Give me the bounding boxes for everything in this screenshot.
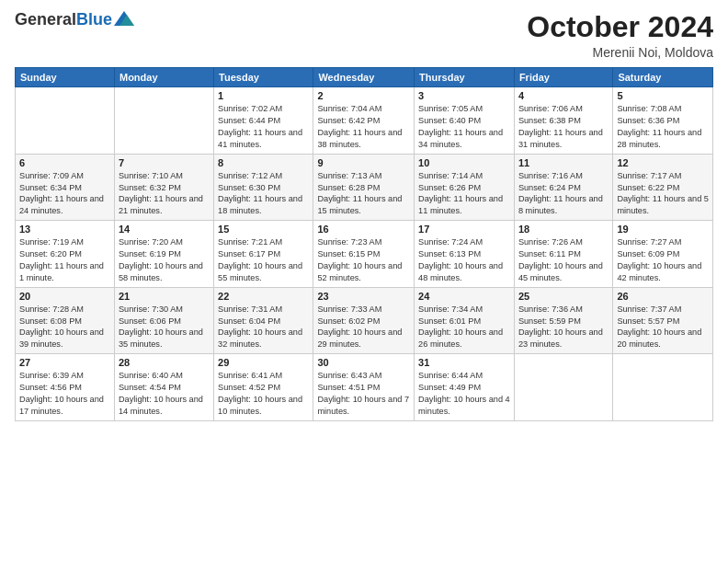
day-info: Sunrise: 7:21 AM Sunset: 6:17 PM Dayligh… xyxy=(218,236,309,284)
day-number: 9 xyxy=(317,157,410,168)
table-cell: 27Sunrise: 6:39 AM Sunset: 4:56 PM Dayli… xyxy=(16,354,115,421)
day-number: 5 xyxy=(617,90,709,101)
table-cell: 1Sunrise: 7:02 AM Sunset: 6:44 PM Daylig… xyxy=(214,87,313,155)
day-info: Sunrise: 7:13 AM Sunset: 6:28 PM Dayligh… xyxy=(317,170,410,218)
day-info: Sunrise: 7:17 AM Sunset: 6:22 PM Dayligh… xyxy=(617,170,709,218)
table-cell: 11Sunrise: 7:16 AM Sunset: 6:24 PM Dayli… xyxy=(514,154,613,221)
table-cell: 29Sunrise: 6:41 AM Sunset: 4:52 PM Dayli… xyxy=(214,354,313,421)
day-number: 16 xyxy=(317,224,410,235)
location-subtitle: Merenii Noi, Moldova xyxy=(527,45,713,60)
month-title: October 2024 xyxy=(527,11,713,43)
day-info: Sunrise: 7:05 AM Sunset: 6:40 PM Dayligh… xyxy=(418,103,510,151)
day-info: Sunrise: 7:04 AM Sunset: 6:42 PM Dayligh… xyxy=(317,103,410,151)
table-cell: 7Sunrise: 7:10 AM Sunset: 6:32 PM Daylig… xyxy=(114,154,213,221)
day-info: Sunrise: 7:36 AM Sunset: 5:59 PM Dayligh… xyxy=(518,304,609,351)
table-cell: 18Sunrise: 7:26 AM Sunset: 6:11 PM Dayli… xyxy=(514,221,613,288)
week-row-2: 6Sunrise: 7:09 AM Sunset: 6:34 PM Daylig… xyxy=(16,154,713,221)
table-cell: 2Sunrise: 7:04 AM Sunset: 6:42 PM Daylig… xyxy=(313,87,415,155)
day-info: Sunrise: 7:20 AM Sunset: 6:19 PM Dayligh… xyxy=(119,236,210,284)
logo: GeneralBlue xyxy=(15,11,134,29)
day-info: Sunrise: 7:09 AM Sunset: 6:34 PM Dayligh… xyxy=(19,170,110,218)
day-number: 30 xyxy=(317,357,410,368)
day-info: Sunrise: 7:06 AM Sunset: 6:38 PM Dayligh… xyxy=(518,103,609,151)
day-number: 10 xyxy=(418,157,510,168)
table-cell: 26Sunrise: 7:37 AM Sunset: 5:57 PM Dayli… xyxy=(613,287,713,354)
day-number: 2 xyxy=(317,90,410,101)
table-cell: 4Sunrise: 7:06 AM Sunset: 6:38 PM Daylig… xyxy=(514,87,613,155)
day-info: Sunrise: 7:30 AM Sunset: 6:06 PM Dayligh… xyxy=(119,304,210,351)
week-row-5: 27Sunrise: 6:39 AM Sunset: 4:56 PM Dayli… xyxy=(16,354,713,421)
page: GeneralBlue October 2024 Merenii Noi, Mo… xyxy=(0,0,728,563)
day-number: 15 xyxy=(218,224,309,235)
day-number: 19 xyxy=(617,224,709,235)
table-cell: 3Sunrise: 7:05 AM Sunset: 6:40 PM Daylig… xyxy=(415,87,515,155)
day-info: Sunrise: 7:37 AM Sunset: 5:57 PM Dayligh… xyxy=(617,304,709,351)
table-cell: 22Sunrise: 7:31 AM Sunset: 6:04 PM Dayli… xyxy=(214,287,313,354)
day-info: Sunrise: 7:12 AM Sunset: 6:30 PM Dayligh… xyxy=(218,170,309,218)
calendar-table: Sunday Monday Tuesday Wednesday Thursday… xyxy=(15,67,713,421)
day-info: Sunrise: 6:39 AM Sunset: 4:56 PM Dayligh… xyxy=(19,370,110,418)
week-row-4: 20Sunrise: 7:28 AM Sunset: 6:08 PM Dayli… xyxy=(16,287,713,354)
day-number: 12 xyxy=(617,157,709,168)
table-cell: 31Sunrise: 6:44 AM Sunset: 4:49 PM Dayli… xyxy=(415,354,515,421)
day-info: Sunrise: 6:44 AM Sunset: 4:49 PM Dayligh… xyxy=(418,370,510,418)
day-info: Sunrise: 7:19 AM Sunset: 6:20 PM Dayligh… xyxy=(19,236,110,284)
header: GeneralBlue October 2024 Merenii Noi, Mo… xyxy=(15,11,713,60)
day-number: 6 xyxy=(19,157,110,168)
day-number: 4 xyxy=(518,90,609,101)
header-sunday: Sunday xyxy=(16,68,115,87)
table-cell: 13Sunrise: 7:19 AM Sunset: 6:20 PM Dayli… xyxy=(16,221,115,288)
table-cell: 25Sunrise: 7:36 AM Sunset: 5:59 PM Dayli… xyxy=(514,287,613,354)
table-cell xyxy=(514,354,613,421)
day-number: 8 xyxy=(218,157,309,168)
logo-icon xyxy=(114,11,134,26)
day-number: 17 xyxy=(418,224,510,235)
table-cell: 14Sunrise: 7:20 AM Sunset: 6:19 PM Dayli… xyxy=(114,221,213,288)
header-wednesday: Wednesday xyxy=(313,68,415,87)
header-thursday: Thursday xyxy=(415,68,515,87)
day-number: 24 xyxy=(418,291,510,302)
table-cell: 28Sunrise: 6:40 AM Sunset: 4:54 PM Dayli… xyxy=(114,354,213,421)
day-number: 14 xyxy=(119,224,210,235)
day-info: Sunrise: 6:41 AM Sunset: 4:52 PM Dayligh… xyxy=(218,370,309,418)
day-info: Sunrise: 7:02 AM Sunset: 6:44 PM Dayligh… xyxy=(218,103,309,151)
header-friday: Friday xyxy=(514,68,613,87)
day-number: 11 xyxy=(518,157,609,168)
day-info: Sunrise: 6:43 AM Sunset: 4:51 PM Dayligh… xyxy=(317,370,410,418)
day-info: Sunrise: 7:10 AM Sunset: 6:32 PM Dayligh… xyxy=(119,170,210,218)
week-row-1: 1Sunrise: 7:02 AM Sunset: 6:44 PM Daylig… xyxy=(16,87,713,155)
day-number: 1 xyxy=(218,90,309,101)
day-number: 23 xyxy=(317,291,410,302)
day-number: 31 xyxy=(418,357,510,368)
day-info: Sunrise: 7:33 AM Sunset: 6:02 PM Dayligh… xyxy=(317,304,410,351)
table-cell: 16Sunrise: 7:23 AM Sunset: 6:15 PM Dayli… xyxy=(313,221,415,288)
weekday-header-row: Sunday Monday Tuesday Wednesday Thursday… xyxy=(16,68,713,87)
day-info: Sunrise: 7:27 AM Sunset: 6:09 PM Dayligh… xyxy=(617,236,709,284)
table-cell: 6Sunrise: 7:09 AM Sunset: 6:34 PM Daylig… xyxy=(16,154,115,221)
day-info: Sunrise: 6:40 AM Sunset: 4:54 PM Dayligh… xyxy=(119,370,210,418)
day-info: Sunrise: 7:31 AM Sunset: 6:04 PM Dayligh… xyxy=(218,304,309,351)
logo-general: General xyxy=(15,10,76,29)
day-number: 20 xyxy=(19,291,110,302)
table-cell: 20Sunrise: 7:28 AM Sunset: 6:08 PM Dayli… xyxy=(16,287,115,354)
day-info: Sunrise: 7:28 AM Sunset: 6:08 PM Dayligh… xyxy=(19,304,110,351)
logo-blue: Blue xyxy=(76,10,112,29)
table-cell: 8Sunrise: 7:12 AM Sunset: 6:30 PM Daylig… xyxy=(214,154,313,221)
logo-text: GeneralBlue xyxy=(15,11,112,29)
day-number: 13 xyxy=(19,224,110,235)
table-cell xyxy=(16,87,115,155)
day-number: 21 xyxy=(119,291,210,302)
header-tuesday: Tuesday xyxy=(214,68,313,87)
day-info: Sunrise: 7:08 AM Sunset: 6:36 PM Dayligh… xyxy=(617,103,709,151)
day-number: 25 xyxy=(518,291,609,302)
day-number: 29 xyxy=(218,357,309,368)
day-info: Sunrise: 7:14 AM Sunset: 6:26 PM Dayligh… xyxy=(418,170,510,218)
table-cell: 30Sunrise: 6:43 AM Sunset: 4:51 PM Dayli… xyxy=(313,354,415,421)
table-cell: 10Sunrise: 7:14 AM Sunset: 6:26 PM Dayli… xyxy=(415,154,515,221)
table-cell: 5Sunrise: 7:08 AM Sunset: 6:36 PM Daylig… xyxy=(613,87,713,155)
table-cell: 12Sunrise: 7:17 AM Sunset: 6:22 PM Dayli… xyxy=(613,154,713,221)
day-number: 18 xyxy=(518,224,609,235)
week-row-3: 13Sunrise: 7:19 AM Sunset: 6:20 PM Dayli… xyxy=(16,221,713,288)
day-number: 7 xyxy=(119,157,210,168)
day-info: Sunrise: 7:24 AM Sunset: 6:13 PM Dayligh… xyxy=(418,236,510,284)
